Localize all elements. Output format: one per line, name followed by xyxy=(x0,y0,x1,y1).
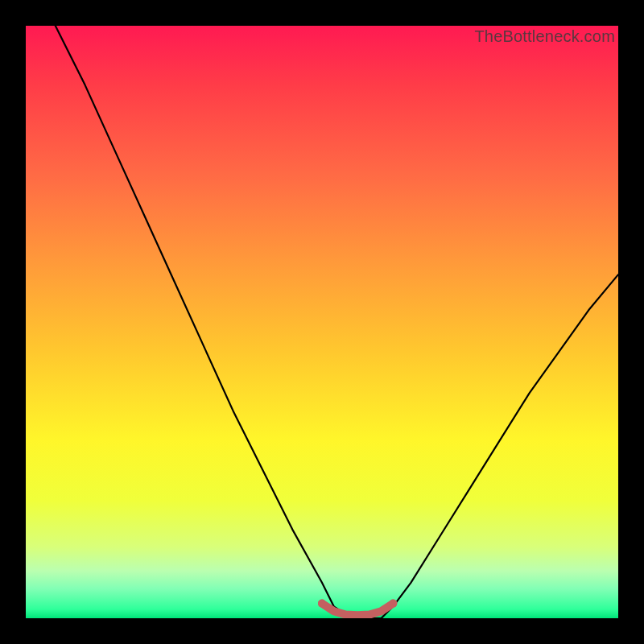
sweet-spot-dot-left xyxy=(318,600,326,608)
plot-area: TheBottleneck.com xyxy=(26,26,618,618)
sweet-spot-dot-right xyxy=(389,600,397,608)
chart-svg xyxy=(26,26,618,618)
bottleneck-curve-path xyxy=(56,26,618,618)
